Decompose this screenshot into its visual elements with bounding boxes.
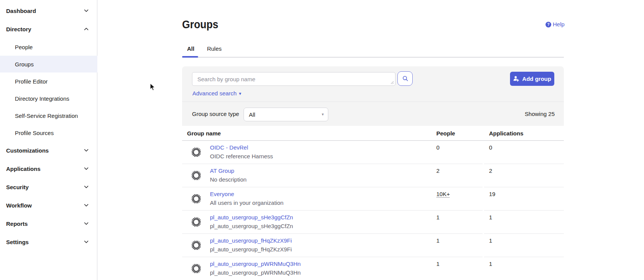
svg-text:?: ?	[547, 23, 549, 27]
